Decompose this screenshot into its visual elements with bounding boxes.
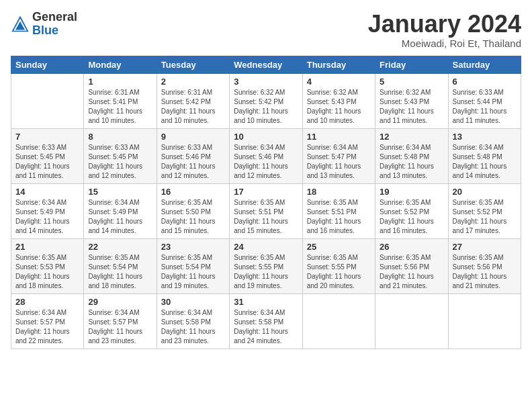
sunset-text: Sunset: 5:50 PM xyxy=(161,208,225,217)
daylight-text: Daylight: 11 hours and 24 minutes. xyxy=(234,327,298,346)
day-info: Sunrise: 6:35 AM Sunset: 5:54 PM Dayligh… xyxy=(161,253,225,291)
daylight-text: Daylight: 11 hours and 11 minutes. xyxy=(15,162,79,181)
sunset-text: Sunset: 5:45 PM xyxy=(15,152,79,162)
sunrise-text: Sunrise: 6:35 AM xyxy=(15,253,79,263)
table-row: 3 Sunrise: 6:32 AM Sunset: 5:42 PM Dayli… xyxy=(230,73,302,128)
sunset-text: Sunset: 5:56 PM xyxy=(380,263,443,272)
daylight-text: Daylight: 11 hours and 12 minutes. xyxy=(88,162,152,181)
day-number: 4 xyxy=(307,77,371,87)
day-info: Sunrise: 6:35 AM Sunset: 5:55 PM Dayligh… xyxy=(234,253,298,291)
day-info: Sunrise: 6:33 AM Sunset: 5:44 PM Dayligh… xyxy=(453,88,517,126)
sunrise-text: Sunrise: 6:32 AM xyxy=(234,88,298,97)
daylight-text: Daylight: 11 hours and 18 minutes. xyxy=(88,272,152,291)
logo-text: General Blue xyxy=(32,11,77,38)
sunset-text: Sunset: 5:54 PM xyxy=(161,263,225,272)
col-saturday: Saturday xyxy=(448,56,521,73)
daylight-text: Daylight: 11 hours and 15 minutes. xyxy=(234,217,298,236)
daylight-text: Daylight: 11 hours and 16 minutes. xyxy=(307,217,371,236)
sunrise-text: Sunrise: 6:34 AM xyxy=(307,143,371,152)
daylight-text: Daylight: 11 hours and 10 minutes. xyxy=(161,107,225,126)
day-number: 3 xyxy=(234,77,298,87)
sunrise-text: Sunrise: 6:35 AM xyxy=(380,253,443,263)
day-info: Sunrise: 6:34 AM Sunset: 5:58 PM Dayligh… xyxy=(234,308,298,346)
sunset-text: Sunset: 5:55 PM xyxy=(307,263,371,272)
table-row: 13 Sunrise: 6:34 AM Sunset: 5:48 PM Dayl… xyxy=(448,128,521,183)
day-info: Sunrise: 6:34 AM Sunset: 5:49 PM Dayligh… xyxy=(15,198,79,236)
table-row: 12 Sunrise: 6:34 AM Sunset: 5:48 PM Dayl… xyxy=(375,128,448,183)
table-row: 31 Sunrise: 6:34 AM Sunset: 5:58 PM Dayl… xyxy=(230,293,302,349)
daylight-text: Daylight: 11 hours and 16 minutes. xyxy=(380,217,443,236)
logo-blue-text: Blue xyxy=(32,24,77,38)
calendar-week-row: 14 Sunrise: 6:34 AM Sunset: 5:49 PM Dayl… xyxy=(11,183,521,238)
day-number: 17 xyxy=(234,187,298,197)
day-number: 5 xyxy=(380,77,443,87)
sunrise-text: Sunrise: 6:35 AM xyxy=(453,253,517,263)
day-number: 25 xyxy=(307,242,371,252)
col-tuesday: Tuesday xyxy=(157,56,229,73)
table-row: 20 Sunrise: 6:35 AM Sunset: 5:52 PM Dayl… xyxy=(448,183,521,238)
sunset-text: Sunset: 5:57 PM xyxy=(15,318,79,327)
sunrise-text: Sunrise: 6:32 AM xyxy=(380,88,443,97)
sunset-text: Sunset: 5:58 PM xyxy=(234,318,298,327)
daylight-text: Daylight: 11 hours and 10 minutes. xyxy=(88,107,152,126)
table-row: 5 Sunrise: 6:32 AM Sunset: 5:43 PM Dayli… xyxy=(375,73,448,128)
sunset-text: Sunset: 5:48 PM xyxy=(453,152,517,162)
day-number: 22 xyxy=(88,242,152,252)
table-row: 24 Sunrise: 6:35 AM Sunset: 5:55 PM Dayl… xyxy=(230,238,302,293)
daylight-text: Daylight: 11 hours and 14 minutes. xyxy=(453,162,517,181)
table-row: 28 Sunrise: 6:34 AM Sunset: 5:57 PM Dayl… xyxy=(11,293,84,349)
sunset-text: Sunset: 5:57 PM xyxy=(88,318,152,327)
sunrise-text: Sunrise: 6:35 AM xyxy=(234,253,298,263)
sunset-text: Sunset: 5:49 PM xyxy=(88,208,152,217)
location-subtitle: Moeiwadi, Roi Et, Thailand xyxy=(368,38,521,49)
day-number: 23 xyxy=(161,242,225,252)
col-thursday: Thursday xyxy=(302,56,375,73)
day-info: Sunrise: 6:35 AM Sunset: 5:51 PM Dayligh… xyxy=(234,198,298,236)
sunrise-text: Sunrise: 6:34 AM xyxy=(15,198,79,208)
day-number: 7 xyxy=(15,132,79,142)
daylight-text: Daylight: 11 hours and 13 minutes. xyxy=(380,162,443,181)
daylight-text: Daylight: 11 hours and 13 minutes. xyxy=(307,162,371,181)
day-number: 12 xyxy=(380,132,443,142)
table-row: 26 Sunrise: 6:35 AM Sunset: 5:56 PM Dayl… xyxy=(375,238,448,293)
calendar-week-row: 28 Sunrise: 6:34 AM Sunset: 5:57 PM Dayl… xyxy=(11,293,521,349)
sunrise-text: Sunrise: 6:33 AM xyxy=(15,143,79,152)
day-info: Sunrise: 6:34 AM Sunset: 5:58 PM Dayligh… xyxy=(161,308,225,346)
day-info: Sunrise: 6:31 AM Sunset: 5:41 PM Dayligh… xyxy=(88,88,152,126)
day-number: 1 xyxy=(88,77,152,87)
day-info: Sunrise: 6:35 AM Sunset: 5:56 PM Dayligh… xyxy=(380,253,443,291)
sunrise-text: Sunrise: 6:32 AM xyxy=(307,88,371,97)
table-row: 7 Sunrise: 6:33 AM Sunset: 5:45 PM Dayli… xyxy=(11,128,84,183)
table-row: 6 Sunrise: 6:33 AM Sunset: 5:44 PM Dayli… xyxy=(448,73,521,128)
day-number: 11 xyxy=(307,132,371,142)
day-number: 21 xyxy=(15,242,79,252)
daylight-text: Daylight: 11 hours and 10 minutes. xyxy=(234,107,298,126)
day-info: Sunrise: 6:34 AM Sunset: 5:48 PM Dayligh… xyxy=(380,143,443,181)
table-row: 17 Sunrise: 6:35 AM Sunset: 5:51 PM Dayl… xyxy=(230,183,302,238)
day-info: Sunrise: 6:34 AM Sunset: 5:46 PM Dayligh… xyxy=(234,143,298,181)
sunrise-text: Sunrise: 6:35 AM xyxy=(161,253,225,263)
sunrise-text: Sunrise: 6:31 AM xyxy=(161,88,225,97)
day-number: 15 xyxy=(88,187,152,197)
table-row: 29 Sunrise: 6:34 AM Sunset: 5:57 PM Dayl… xyxy=(84,293,157,349)
day-info: Sunrise: 6:34 AM Sunset: 5:49 PM Dayligh… xyxy=(88,198,152,236)
day-number: 10 xyxy=(234,132,298,142)
sunset-text: Sunset: 5:54 PM xyxy=(88,263,152,272)
sunset-text: Sunset: 5:46 PM xyxy=(234,152,298,162)
table-row: 27 Sunrise: 6:35 AM Sunset: 5:56 PM Dayl… xyxy=(448,238,521,293)
day-info: Sunrise: 6:35 AM Sunset: 5:55 PM Dayligh… xyxy=(307,253,371,291)
day-info: Sunrise: 6:32 AM Sunset: 5:43 PM Dayligh… xyxy=(307,88,371,126)
daylight-text: Daylight: 11 hours and 15 minutes. xyxy=(161,217,225,236)
table-row: 1 Sunrise: 6:31 AM Sunset: 5:41 PM Dayli… xyxy=(84,73,157,128)
sunset-text: Sunset: 5:43 PM xyxy=(380,97,443,107)
table-row xyxy=(375,293,448,349)
sunrise-text: Sunrise: 6:35 AM xyxy=(453,198,517,208)
sunset-text: Sunset: 5:42 PM xyxy=(234,97,298,107)
day-info: Sunrise: 6:33 AM Sunset: 5:46 PM Dayligh… xyxy=(161,143,225,181)
month-title: January 2024 xyxy=(368,11,521,38)
header: General Blue January 2024 Moeiwadi, Roi … xyxy=(11,11,521,49)
calendar-week-row: 21 Sunrise: 6:35 AM Sunset: 5:53 PM Dayl… xyxy=(11,238,521,293)
day-info: Sunrise: 6:34 AM Sunset: 5:47 PM Dayligh… xyxy=(307,143,371,181)
table-row: 4 Sunrise: 6:32 AM Sunset: 5:43 PM Dayli… xyxy=(302,73,375,128)
day-info: Sunrise: 6:32 AM Sunset: 5:43 PM Dayligh… xyxy=(380,88,443,126)
